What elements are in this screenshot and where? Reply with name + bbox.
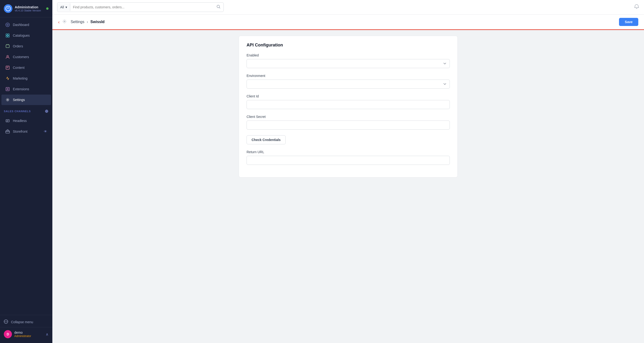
gear-icon[interactable] xyxy=(62,19,67,25)
svg-rect-6 xyxy=(8,36,9,37)
user-chevron-icon: ∧ xyxy=(46,332,48,336)
svg-rect-7 xyxy=(6,45,9,48)
sidebar-item-orders[interactable]: Orders xyxy=(2,41,51,52)
sidebar-item-storefront-label: Storefront xyxy=(13,130,27,133)
search-all-label: All xyxy=(60,5,64,9)
storefront-eye-icon[interactable]: 👁 xyxy=(44,130,47,133)
svg-point-2 xyxy=(7,24,8,26)
return-url-label: Return URL xyxy=(246,150,450,154)
customers-icon xyxy=(5,55,10,59)
sidebar-item-extensions[interactable]: Extensions xyxy=(2,84,51,94)
svg-rect-14 xyxy=(6,131,10,133)
user-name: demo xyxy=(14,330,31,334)
sidebar-item-storefront[interactable]: Storefront 👁 xyxy=(2,126,51,137)
collapse-icon xyxy=(4,319,8,325)
sidebar-item-catalogues[interactable]: Catalogues xyxy=(2,30,51,41)
client-secret-input[interactable] xyxy=(246,121,450,130)
sidebar-item-headless-label: Headless xyxy=(13,119,27,123)
app-logo xyxy=(4,4,12,13)
orders-icon xyxy=(5,44,10,49)
sales-channels-label: Sales Channels xyxy=(4,110,31,113)
svg-point-16 xyxy=(217,5,220,8)
breadcrumb: Settings › SwissId xyxy=(71,20,105,24)
sidebar-item-marketing[interactable]: Marketing xyxy=(2,73,51,84)
topbar: All ▾ xyxy=(52,0,644,15)
sidebar-item-dashboard[interactable]: Dashboard xyxy=(2,20,51,30)
sidebar-item-content[interactable]: Content xyxy=(2,62,51,73)
enabled-group: Enabled Yes No xyxy=(246,53,450,68)
svg-rect-5 xyxy=(6,36,8,37)
back-button[interactable]: ‹ xyxy=(58,19,60,25)
add-sales-channel-button[interactable]: ⊕ xyxy=(45,109,48,114)
client-secret-label: Client Secret xyxy=(246,115,450,119)
sidebar-item-content-label: Content xyxy=(13,66,24,70)
save-button[interactable]: Save xyxy=(619,18,638,26)
sidebar: Administration v6.4.10 Stable Version Da… xyxy=(0,0,52,343)
return-url-group: Return URL xyxy=(246,150,450,165)
sales-channels-section: Sales Channels ⊕ xyxy=(0,105,52,115)
sidebar-item-extensions-label: Extensions xyxy=(13,87,29,91)
svg-rect-10 xyxy=(6,87,9,91)
svg-point-8 xyxy=(7,56,8,57)
headless-icon xyxy=(5,118,10,123)
svg-point-17 xyxy=(64,21,65,22)
svg-point-11 xyxy=(7,89,8,90)
sidebar-item-customers[interactable]: Customers xyxy=(2,52,51,62)
collapse-menu-button[interactable]: Collapse menu xyxy=(0,317,52,327)
card-title: API Configuration xyxy=(246,43,450,48)
storefront-icon xyxy=(5,129,10,134)
user-avatar: D xyxy=(4,330,12,338)
sidebar-item-headless[interactable]: Headless xyxy=(2,116,51,126)
catalogues-icon xyxy=(5,33,10,38)
sidebar-item-marketing-label: Marketing xyxy=(13,77,27,80)
sidebar-item-orders-label: Orders xyxy=(13,44,23,48)
main-area: All ▾ ‹ Settings › SwissId Save A xyxy=(52,0,644,343)
enabled-select[interactable]: Yes No xyxy=(246,59,450,68)
app-title: Administration xyxy=(15,5,41,9)
client-id-label: Client Id xyxy=(246,94,450,98)
client-id-input[interactable] xyxy=(246,100,450,109)
sidebar-item-settings[interactable]: Settings xyxy=(2,95,51,105)
sidebar-item-settings-label: Settings xyxy=(13,98,25,102)
user-section[interactable]: D demo Administrator ∧ xyxy=(0,327,52,341)
app-version: v6.4.10 Stable Version xyxy=(15,9,41,12)
return-url-input[interactable] xyxy=(246,156,450,165)
collapse-menu-label: Collapse menu xyxy=(11,320,33,324)
dashboard-icon xyxy=(5,22,10,27)
settings-icon xyxy=(5,97,10,102)
search-all-chevron-icon: ▾ xyxy=(66,5,67,9)
svg-rect-3 xyxy=(6,34,8,35)
sidebar-item-dashboard-label: Dashboard xyxy=(13,23,29,27)
client-id-group: Client Id xyxy=(246,94,450,109)
environment-group: Environment Production Sandbox xyxy=(246,74,450,89)
breadcrumb-separator: › xyxy=(87,20,88,24)
check-credentials-button[interactable]: Check Credentials xyxy=(246,135,286,144)
client-secret-group: Client Secret xyxy=(246,115,450,130)
enabled-label: Enabled xyxy=(246,53,450,57)
page-header: ‹ Settings › SwissId Save xyxy=(52,15,644,30)
search-button[interactable] xyxy=(214,3,224,12)
breadcrumb-root: Settings xyxy=(71,20,84,24)
environment-label: Environment xyxy=(246,74,450,78)
content-icon xyxy=(5,65,10,70)
user-avatar-letter: D xyxy=(7,332,9,336)
search-all-button[interactable]: All ▾ xyxy=(57,3,70,11)
breadcrumb-current: SwissId xyxy=(90,20,105,24)
svg-rect-13 xyxy=(6,120,9,122)
svg-point-0 xyxy=(6,6,10,11)
svg-point-12 xyxy=(7,99,8,101)
search-input[interactable] xyxy=(70,3,214,11)
sidebar-item-catalogues-label: Catalogues xyxy=(13,34,30,37)
topbar-icons xyxy=(634,4,639,11)
content-area: API Configuration Enabled Yes No Environ… xyxy=(52,30,644,343)
sidebar-header: Administration v6.4.10 Stable Version xyxy=(0,0,52,18)
status-dot xyxy=(46,8,48,10)
user-role: Administrator xyxy=(14,334,31,338)
api-configuration-card: API Configuration Enabled Yes No Environ… xyxy=(239,36,458,177)
search-wrapper: All ▾ xyxy=(57,3,224,12)
sidebar-item-customers-label: Customers xyxy=(13,55,29,59)
environment-select[interactable]: Production Sandbox xyxy=(246,80,450,89)
svg-point-1 xyxy=(6,23,10,27)
sidebar-footer: Collapse menu D demo Administrator ∧ xyxy=(0,315,52,343)
notification-icon[interactable] xyxy=(634,4,639,11)
